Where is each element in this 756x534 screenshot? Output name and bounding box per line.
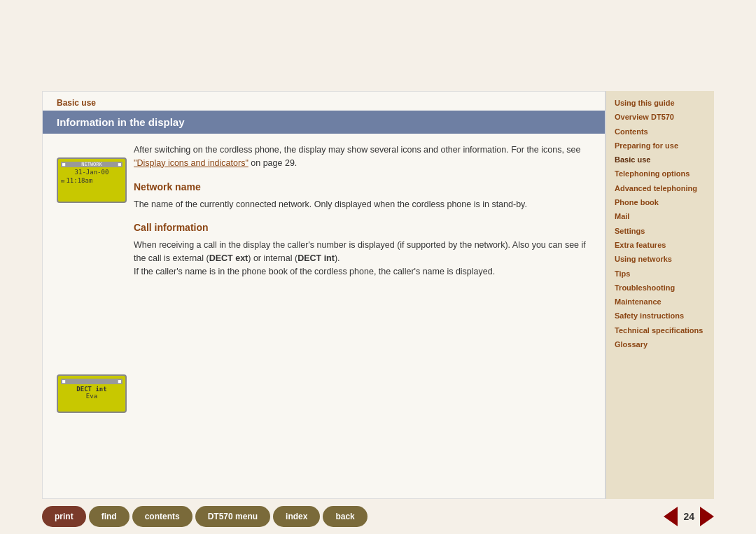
sidebar-item-preparing[interactable]: Preparing for use xyxy=(615,141,706,150)
contents-button[interactable]: contents xyxy=(132,506,192,527)
sidebar-item-telephoning[interactable]: Telephoning options xyxy=(615,169,706,178)
page-navigation: 24 xyxy=(664,507,714,526)
images-column: ■NETWORK■ 31-Jan-00 ✉11:18am ■■ DECT int xyxy=(57,143,134,413)
sidebar-item-phonebook[interactable]: Phone book xyxy=(615,197,706,207)
prev-page-button[interactable] xyxy=(664,507,678,526)
menu-button[interactable]: DT570 menu xyxy=(195,506,270,527)
network-name-body: The name of the currently connected netw… xyxy=(134,198,591,211)
network-name-heading: Network name xyxy=(134,181,591,192)
sidebar-item-glossary[interactable]: Glossary xyxy=(615,339,706,349)
top-spacer xyxy=(0,0,756,91)
phone-display-2: ■■ DECT int Eva xyxy=(57,374,127,413)
breadcrumb: Basic use xyxy=(43,92,605,111)
sidebar-item-networks[interactable]: Using networks xyxy=(615,254,706,264)
content-area: Basic use Information in the display ■NE… xyxy=(42,91,606,499)
network-name-section: Network name The name of the currently c… xyxy=(134,181,591,211)
display-time: ✉11:18am xyxy=(61,177,122,184)
call-info-section: Call information When receiving a call i… xyxy=(134,222,591,278)
dect-int: DECT int xyxy=(298,253,335,263)
page-number: 24 xyxy=(683,511,694,522)
sidebar-item-overview[interactable]: Overview DT570 xyxy=(615,112,706,122)
content-row: ■NETWORK■ 31-Jan-00 ✉11:18am ■■ DECT int xyxy=(43,143,605,420)
nav-buttons: print find contents DT570 menu index bac… xyxy=(42,506,650,527)
call-info-heading: Call information xyxy=(134,222,591,233)
display-header-2: ■■ xyxy=(61,379,122,384)
sidebar-item-contents[interactable]: Contents xyxy=(615,127,706,136)
sidebar-item-basic-use[interactable]: Basic use xyxy=(615,155,706,164)
page-wrapper: Basic use Information in the display ■NE… xyxy=(0,0,756,534)
next-page-button[interactable] xyxy=(700,507,714,526)
sidebar-item-settings[interactable]: Settings xyxy=(615,226,706,236)
sidebar-item-advanced[interactable]: Advanced telephoning xyxy=(615,183,706,193)
main-area: Basic use Information in the display ■NE… xyxy=(0,91,756,499)
sidebar: Using this guide Overview DT570 Contents… xyxy=(606,91,714,499)
display-line2: Eva xyxy=(61,393,122,400)
sidebar-item-tips[interactable]: Tips xyxy=(615,269,706,279)
sidebar-item-safety[interactable]: Safety instructions xyxy=(615,311,706,321)
display-header-1: ■NETWORK■ xyxy=(61,162,122,167)
display-line1: DECT int xyxy=(61,386,122,393)
text-content: After switching on the cordless phone, t… xyxy=(134,143,591,413)
index-button[interactable]: index xyxy=(273,506,320,527)
print-button[interactable]: print xyxy=(42,506,86,527)
find-button[interactable]: find xyxy=(89,506,130,527)
sidebar-item-tech-specs[interactable]: Technical specifications xyxy=(615,325,706,335)
dect-ext: DECT ext xyxy=(209,253,248,263)
back-button[interactable]: back xyxy=(323,506,367,527)
bottom-bar: print find contents DT570 menu index bac… xyxy=(0,499,756,534)
sidebar-item-using-guide[interactable]: Using this guide xyxy=(615,98,706,108)
sidebar-item-troubleshooting[interactable]: Troubleshooting xyxy=(615,283,706,293)
sidebar-item-maintenance[interactable]: Maintenance xyxy=(615,297,706,307)
intro-paragraph: After switching on the cordless phone, t… xyxy=(134,143,591,170)
display-date: 31-Jan-00 xyxy=(61,169,122,176)
section-header: Information in the display xyxy=(43,111,605,134)
sidebar-item-extra[interactable]: Extra features xyxy=(615,240,706,250)
section-title: Information in the display xyxy=(57,116,185,128)
display-icons-link[interactable]: "Display icons and indicators" xyxy=(134,158,248,168)
sidebar-item-mail[interactable]: Mail xyxy=(615,211,706,221)
call-info-body: When receiving a call in the display the… xyxy=(134,239,591,278)
phone-display-1: ■NETWORK■ 31-Jan-00 ✉11:18am xyxy=(57,157,127,203)
